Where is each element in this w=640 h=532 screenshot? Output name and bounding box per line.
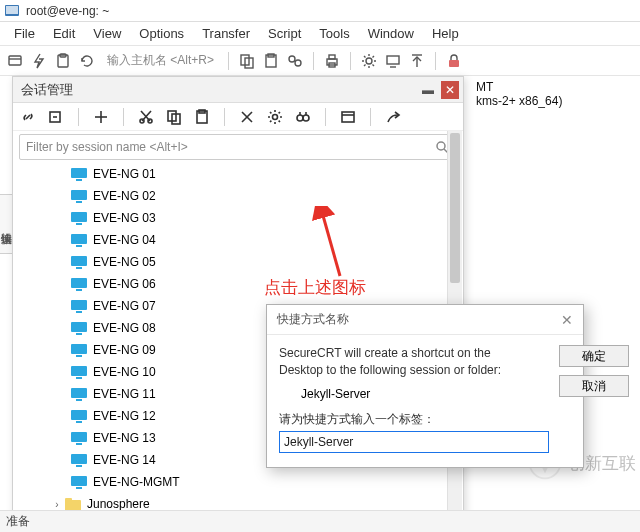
menu-tools[interactable]: Tools (319, 26, 349, 41)
copy-icon[interactable] (238, 52, 256, 70)
host-input[interactable]: 输入主机名 <Alt+R> (102, 51, 219, 70)
menu-window[interactable]: Window (368, 26, 414, 41)
app-icon (4, 3, 20, 19)
svg-rect-47 (76, 201, 82, 203)
panel-header: 会话管理 ▬ ✕ (13, 77, 463, 103)
svg-point-11 (295, 60, 301, 66)
dialog-title: 快捷方式名称 (277, 311, 349, 328)
lightning-icon[interactable] (30, 52, 48, 70)
tree-session-item[interactable]: EVE-NG 03 (13, 207, 463, 229)
svg-rect-64 (71, 388, 87, 398)
panel-minimize-button[interactable]: ▬ (419, 81, 437, 99)
svg-rect-60 (71, 344, 87, 354)
tree-session-item[interactable]: EVE-NG 04 (13, 229, 463, 251)
settings-icon[interactable] (360, 52, 378, 70)
link-icon[interactable] (19, 108, 37, 126)
shortcut-label-input[interactable] (279, 431, 549, 453)
menu-transfer[interactable]: Transfer (202, 26, 250, 41)
svg-rect-67 (76, 421, 82, 423)
svg-rect-51 (76, 245, 82, 247)
svg-point-42 (437, 142, 445, 150)
tree-session-item[interactable]: EVE-NG-MGMT (13, 471, 463, 493)
print-icon[interactable] (323, 52, 341, 70)
svg-rect-16 (387, 56, 399, 64)
screen-icon[interactable] (384, 52, 402, 70)
panel-toolbar (13, 103, 463, 131)
paste-icon[interactable] (262, 52, 280, 70)
find-icon[interactable] (286, 52, 304, 70)
clipboard-icon[interactable] (54, 52, 72, 70)
menu-options[interactable]: Options (139, 26, 184, 41)
svg-line-78 (322, 212, 340, 276)
menu-script[interactable]: Script (268, 26, 301, 41)
status-bar: 准备 (0, 510, 640, 532)
svg-rect-70 (71, 454, 87, 464)
binoculars-icon[interactable] (294, 108, 312, 126)
share-icon[interactable] (384, 108, 402, 126)
dialog-header: 快捷方式名称 ✕ (267, 305, 583, 335)
svg-rect-58 (71, 322, 87, 332)
tree-session-item[interactable]: EVE-NG 05 (13, 251, 463, 273)
svg-rect-56 (71, 300, 87, 310)
panel-title: 会话管理 (17, 81, 73, 99)
ok-button[interactable]: 确定 (559, 345, 629, 367)
svg-point-35 (273, 114, 278, 119)
svg-point-10 (289, 56, 295, 62)
cancel-button[interactable]: 取消 (559, 375, 629, 397)
tree-session-item[interactable]: EVE-NG 02 (13, 185, 463, 207)
svg-rect-46 (71, 190, 87, 200)
svg-point-37 (303, 115, 309, 121)
dialog-close-button[interactable]: ✕ (561, 312, 573, 328)
svg-rect-13 (329, 55, 335, 59)
svg-point-15 (366, 58, 372, 64)
tree-session-item[interactable]: EVE-NG 01 (13, 163, 463, 185)
shortcut-dialog: 快捷方式名称 ✕ SecureCRT will create a shortcu… (266, 304, 584, 468)
gear-icon[interactable] (266, 108, 284, 126)
copy2-icon[interactable] (165, 108, 183, 126)
add-icon[interactable] (92, 108, 110, 126)
svg-rect-68 (71, 432, 87, 442)
svg-rect-50 (71, 234, 87, 244)
svg-rect-48 (71, 212, 87, 222)
svg-rect-1 (6, 6, 18, 14)
svg-rect-73 (76, 487, 82, 489)
new-session-icon[interactable] (47, 108, 65, 126)
chevron-right-icon[interactable]: › (51, 498, 63, 510)
filter-input[interactable]: Filter by session name <Alt+I> (26, 140, 434, 154)
tree-session-item[interactable]: EVE-NG 06 (13, 273, 463, 295)
filter-row: Filter by session name <Alt+I> (19, 134, 457, 160)
terminal-text: kms-2+ x86_64) (476, 94, 624, 108)
svg-rect-52 (71, 256, 87, 266)
svg-rect-53 (76, 267, 82, 269)
svg-rect-59 (76, 333, 82, 335)
delete-icon[interactable] (238, 108, 256, 126)
panel-close-button[interactable]: ✕ (441, 81, 459, 99)
new-window-icon[interactable] (339, 108, 357, 126)
lock-icon[interactable] (445, 52, 463, 70)
svg-rect-69 (76, 443, 82, 445)
connect-icon[interactable] (6, 52, 24, 70)
arrow-icon (300, 206, 360, 286)
svg-rect-2 (9, 56, 21, 65)
dialog-text: SecureCRT will create a shortcut on the (279, 345, 549, 362)
svg-rect-57 (76, 311, 82, 313)
menu-file[interactable]: File (14, 26, 35, 41)
upload-icon[interactable] (408, 52, 426, 70)
dialog-session-name: Jekyll-Server (301, 387, 549, 401)
menu-help[interactable]: Help (432, 26, 459, 41)
main-toolbar: 输入主机名 <Alt+R> (0, 46, 640, 76)
reconnect-icon[interactable] (78, 52, 96, 70)
svg-rect-40 (342, 112, 354, 122)
menu-view[interactable]: View (93, 26, 121, 41)
svg-rect-55 (76, 289, 82, 291)
menu-edit[interactable]: Edit (53, 26, 75, 41)
svg-rect-75 (65, 498, 72, 502)
svg-rect-45 (76, 179, 82, 181)
svg-rect-66 (71, 410, 87, 420)
cut-icon[interactable] (137, 108, 155, 126)
dialog-text: Desktop to the following session or fold… (279, 362, 549, 379)
dialog-prompt: 请为快捷方式输入一个标签： (279, 411, 549, 428)
paste2-icon[interactable] (193, 108, 211, 126)
svg-rect-65 (76, 399, 82, 401)
svg-rect-71 (76, 465, 82, 467)
